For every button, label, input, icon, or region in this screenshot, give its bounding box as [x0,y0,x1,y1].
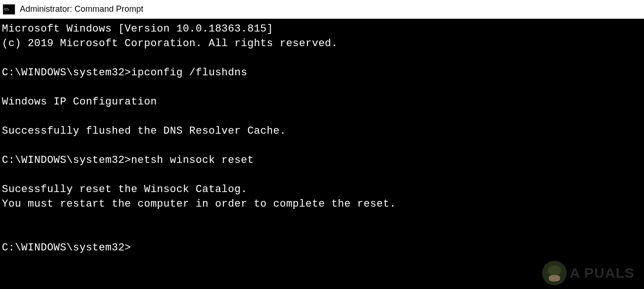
window-title-bar: C:\. Administrator: Command Prompt [0,0,644,19]
watermark-avatar-icon [542,261,567,285]
watermark-text: A PUALS [570,265,635,281]
cmd-icon: C:\. [3,4,15,15]
watermark: A PUALS [542,261,635,285]
terminal-output[interactable]: Microsoft Windows [Version 10.0.18363.81… [0,19,644,258]
window-title: Administrator: Command Prompt [20,4,143,14]
